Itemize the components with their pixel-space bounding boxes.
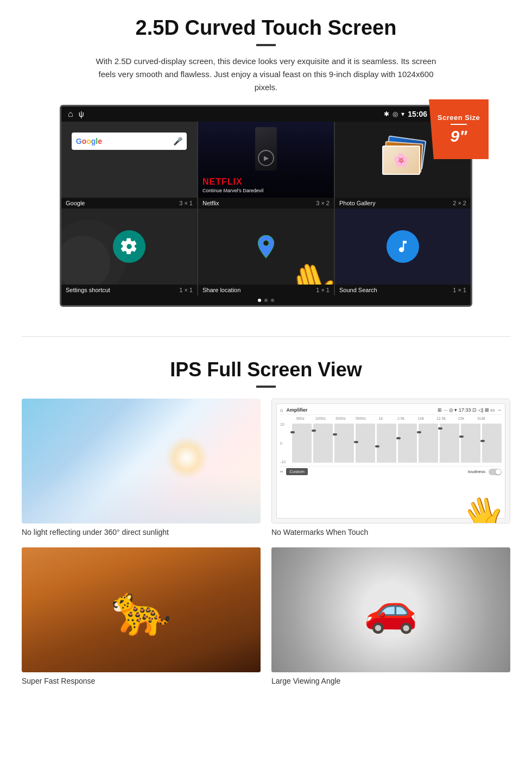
netflix-dim: 3 × 2: [316, 200, 330, 206]
app-grid-row1: Google 🎤 ▶ NETFLIX: [61, 122, 471, 198]
location-icon: ◎: [392, 110, 398, 118]
section2-title: IPS Full Screen View: [22, 358, 510, 381]
google-dim: 3 × 1: [179, 200, 193, 206]
wifi-icon: ▾: [401, 110, 404, 118]
band-label: 500hz: [351, 417, 370, 420]
dot-3: [271, 299, 274, 302]
app-cell-settings[interactable]: [61, 209, 197, 285]
google-logo: Google: [76, 137, 102, 146]
pointing-hand: 🤚: [280, 255, 334, 285]
label-google: Google 3 × 1: [61, 198, 197, 209]
band-label: 15k: [452, 417, 471, 420]
dot-1: [258, 299, 261, 302]
section1-description: With 2.5D curved-display screen, this de…: [92, 55, 440, 94]
netflix-info: NETFLIX Continue Marvel's Daredevil: [198, 122, 334, 198]
android-screen: ⌂ ψ ✱ ◎ ▾ 15:06 ⊡ ◁) ⊠ ▭: [60, 105, 472, 307]
band-label: 1k: [371, 417, 390, 420]
label-netflix: Netflix 3 × 2: [198, 198, 334, 209]
screen-size-badge: Screen Size 9": [429, 99, 489, 159]
band-label: 60hz: [291, 417, 310, 420]
amplifier-caption: No Watermarks When Touch: [271, 528, 510, 537]
sound-label: Sound Search: [339, 287, 377, 293]
amp-icons: ⊞ ··· ◎ ▾ 17:33 ⊡ ◁) ⊠ ▭ →: [438, 407, 502, 413]
maps-icon: [251, 230, 281, 263]
app-cell-netflix[interactable]: ▶ NETFLIX Continue Marvel's Daredevil: [198, 122, 334, 198]
app-cell-google[interactable]: Google 🎤: [61, 122, 197, 198]
title-divider: [256, 44, 276, 46]
loudness-toggle[interactable]: [489, 469, 502, 475]
app-labels-row1: Google 3 × 1 Netflix 3 × 2 Photo Gallery…: [61, 198, 471, 209]
sound-dim: 1 × 1: [453, 287, 466, 293]
label-sound: Sound Search 1 × 1: [335, 285, 471, 295]
maps-dim: 1 × 1: [316, 287, 330, 293]
usb-icon: ψ: [79, 110, 84, 118]
img-item-car: 🚗 Large Viewing Angle: [271, 547, 510, 685]
amplifier-photo: ⌂ Amplifier ⊞ ··· ◎ ▾ 17:33 ⊡ ◁) ⊠ ▭ → 6…: [271, 399, 510, 523]
maps-content: 🤚: [198, 209, 334, 285]
microphone-icon[interactable]: 🎤: [173, 137, 182, 146]
label-gallery: Photo Gallery 2 × 2: [335, 198, 471, 209]
section-divider: [22, 336, 510, 337]
amp-title: Amplifier: [286, 407, 307, 413]
img-item-cheetah: 🐆 Super Fast Response: [22, 547, 261, 685]
google-label: Google: [66, 200, 85, 206]
gallery-dim: 2 × 2: [453, 200, 466, 206]
band-label: 10k: [411, 417, 430, 420]
status-time: 15:06: [408, 110, 427, 118]
section-curved-screen: 2.5D Curved Touch Screen With 2.5D curve…: [0, 0, 532, 320]
google-content: Google 🎤: [61, 122, 197, 198]
maps-label: Share location: [202, 287, 240, 293]
band-label: 200hz: [331, 417, 350, 420]
app-cell-sound[interactable]: [335, 209, 471, 285]
netflix-subtitle: Continue Marvel's Daredevil: [202, 188, 263, 193]
home-icon[interactable]: ⌂: [68, 109, 73, 119]
sun-flare: [165, 436, 208, 480]
band-label: 100hz: [311, 417, 330, 420]
google-search-bar[interactable]: Google 🎤: [72, 133, 187, 150]
photo-stack: 🌸: [381, 138, 425, 181]
badge-divider: [451, 124, 467, 125]
label-settings: Settings shortcut 1 × 1: [61, 285, 197, 295]
amp-loudness-label: loudness: [468, 469, 485, 474]
img-item-sunlight: No light reflecting under 360° direct su…: [22, 399, 261, 537]
cheetah-icon: 🐆: [111, 582, 172, 639]
sunlight-caption: No light reflecting under 360° direct su…: [22, 528, 261, 537]
netflix-logo: NETFLIX: [202, 177, 243, 187]
cheetah-caption: Super Fast Response: [22, 677, 261, 685]
amp-preset[interactable]: Custom: [286, 468, 308, 475]
car-photo: 🚗: [271, 547, 510, 672]
bluetooth-icon: ✱: [384, 110, 389, 118]
netflix-content: ▶ NETFLIX Continue Marvel's Daredevil: [198, 122, 334, 198]
gallery-label: Photo Gallery: [339, 200, 376, 206]
img-item-amplifier: ⌂ Amplifier ⊞ ··· ◎ ▾ 17:33 ⊡ ◁) ⊠ ▭ → 6…: [271, 399, 510, 537]
amp-home-icon: ⌂: [280, 407, 283, 413]
page-dots: [61, 295, 471, 305]
amp-time: 17:33: [459, 407, 471, 413]
band-label: 2.5k: [391, 417, 410, 420]
section2-divider: [256, 386, 276, 388]
section1-title: 2.5D Curved Touch Screen: [33, 16, 499, 40]
app-grid-row2: 🤚: [61, 209, 471, 285]
sound-icon: [387, 230, 419, 263]
screen-container: Screen Size 9" ⌂ ψ ✱ ◎ ▾ 15:06 ⊡ ◁) ⊠ ▭: [60, 105, 472, 307]
band-label: SUB: [472, 417, 491, 420]
badge-label: Screen Size: [438, 113, 480, 122]
app-cell-maps[interactable]: 🤚: [198, 209, 334, 285]
car-icon: 🚗: [364, 584, 418, 635]
sound-content: [335, 209, 471, 285]
band-label: 12.5k: [432, 417, 451, 420]
image-grid: No light reflecting under 360° direct su…: [22, 399, 510, 685]
netflix-label: Netflix: [202, 200, 219, 206]
cheetah-photo: 🐆: [22, 547, 261, 672]
app-labels-row2: Settings shortcut 1 × 1 Share location 1…: [61, 285, 471, 295]
settings-label: Settings shortcut: [66, 287, 110, 293]
car-caption: Large Viewing Angle: [271, 677, 510, 685]
dot-2: [264, 299, 268, 302]
section-ips: IPS Full Screen View No light reflecting…: [0, 353, 532, 702]
amp-back-icon: ‹‹: [280, 469, 283, 474]
sunlight-photo: [22, 399, 261, 523]
badge-size: 9": [451, 127, 467, 146]
label-maps: Share location 1 × 1: [198, 285, 334, 295]
settings-content: [61, 209, 197, 285]
status-bar: ⌂ ψ ✱ ◎ ▾ 15:06 ⊡ ◁) ⊠ ▭: [61, 106, 471, 122]
